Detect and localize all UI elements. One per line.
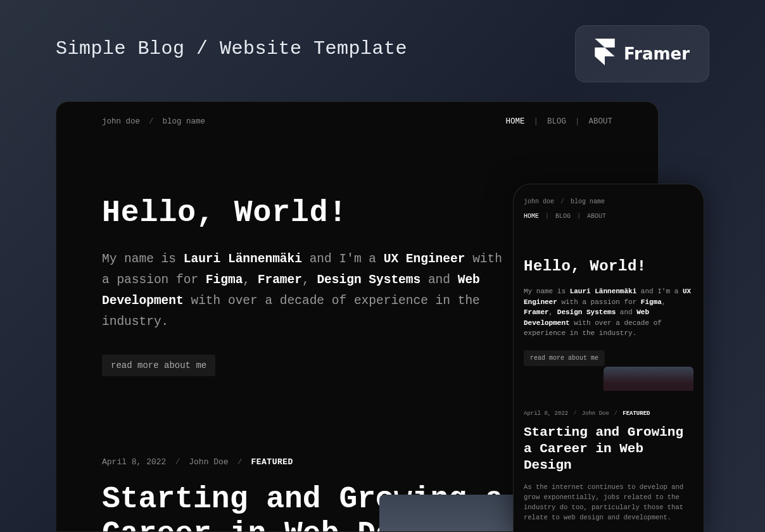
nav-author[interactable]: john doe: [102, 117, 140, 126]
m-nav-separator: /: [560, 198, 564, 205]
m-post-date: April 8, 2022: [524, 410, 568, 417]
m-meta-separator: /: [573, 410, 576, 417]
nav-about[interactable]: ABOUT: [588, 117, 612, 126]
framer-logo-icon: [595, 39, 615, 69]
m-post-author: John Doe: [582, 410, 609, 417]
m-hero-description: My name is Lauri Lännenmäki and I'm a UX…: [524, 286, 693, 339]
m-nav-home[interactable]: HOME: [524, 213, 539, 220]
meta-separator: /: [175, 457, 180, 467]
meta-separator: /: [237, 457, 243, 467]
m-post-excerpt: As the internet continues to develop and…: [524, 483, 693, 522]
hero-description: My name is Lauri Lännenmäki and I'm a UX…: [102, 249, 514, 333]
nav-separator: /: [149, 117, 154, 126]
desktop-nav: john doe / blog name HOME | BLOG | ABOUT: [102, 117, 612, 126]
m-read-more-button[interactable]: read more about me: [524, 350, 605, 366]
nav-pipe: |: [533, 117, 538, 126]
nav-blog[interactable]: BLOG: [547, 117, 566, 126]
m-post-featured-badge: FEATURED: [623, 410, 650, 417]
nav-pipe: |: [575, 117, 580, 126]
m-nav-pipe: |: [545, 213, 549, 220]
post-featured-badge: FEATURED: [251, 457, 293, 467]
m-post-title[interactable]: Starting and Growing a Career in Web Des…: [524, 424, 693, 474]
m-nav-blog-name[interactable]: blog name: [571, 198, 605, 205]
read-more-button[interactable]: read more about me: [102, 355, 215, 376]
nav-home[interactable]: HOME: [505, 117, 524, 126]
m-nav-author[interactable]: john doe: [524, 198, 554, 205]
m-post-image: [604, 367, 693, 391]
mobile-preview: john doe / blog name HOME | BLOG | ABOUT…: [513, 184, 704, 532]
m-post-meta: April 8, 2022 / John Doe / FEATURED: [524, 410, 693, 417]
m-hero-title: Hello, World!: [524, 258, 693, 275]
framer-badge[interactable]: Framer: [575, 25, 709, 82]
post-author: John Doe: [189, 457, 228, 467]
m-nav-pipe: |: [577, 213, 581, 220]
framer-brand-text: Framer: [624, 44, 690, 63]
page-title: Simple Blog / Website Template: [56, 38, 407, 60]
post-date: April 8, 2022: [102, 457, 166, 467]
m-meta-separator: /: [614, 410, 617, 417]
m-nav-blog[interactable]: BLOG: [555, 213, 571, 220]
m-nav-about[interactable]: ABOUT: [587, 213, 606, 220]
nav-blog-name[interactable]: blog name: [163, 117, 206, 126]
